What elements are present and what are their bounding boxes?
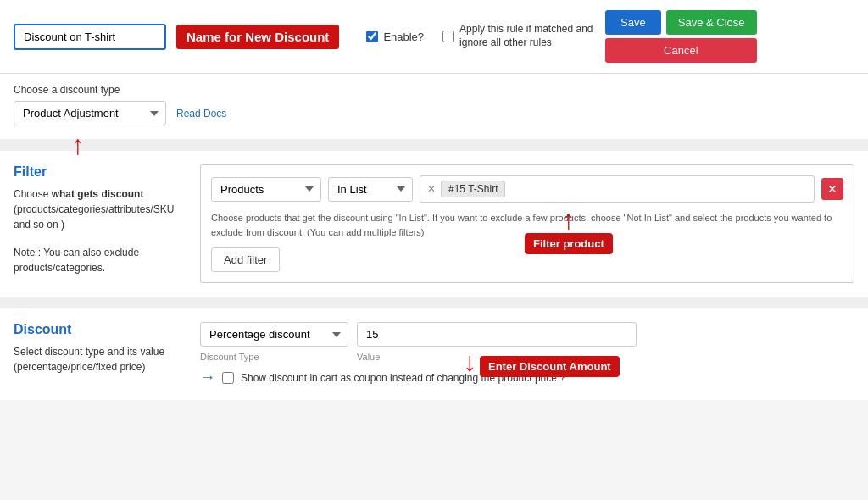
remove-filter-button[interactable]: ✕ [821, 178, 843, 200]
top-bar: Name for New Discount Enable? Apply this… [0, 0, 868, 74]
filter-products-select[interactable]: Products Categories Attributes SKU [211, 177, 321, 202]
value-sublabel: Value [357, 352, 380, 362]
discount-left-panel: Discount Select discount type and its va… [14, 322, 200, 386]
filter-title: Filter [14, 164, 183, 180]
product-tag: #15 T-Shirt [441, 181, 505, 197]
enable-checkbox[interactable] [366, 31, 378, 42]
filter-condition-select[interactable]: In List Not In List [328, 177, 413, 202]
apply-rule-area: Apply this rule if matched and ignore al… [442, 23, 595, 49]
save-close-button[interactable]: Save & Close [666, 10, 757, 35]
read-docs-link[interactable]: Read Docs [176, 108, 226, 119]
discount-type-section: Choose a discount type Product Adjustmen… [0, 74, 868, 144]
tag-marker: ✕ [427, 183, 436, 195]
discount-value-input[interactable] [357, 322, 637, 347]
filter-description: Choose what gets discount (products/cate… [14, 186, 183, 232]
discount-type-label: Choose a discount type [14, 84, 854, 96]
apply-rule-checkbox[interactable] [442, 31, 454, 42]
discount-type-select[interactable]: Product Adjustment Order Discount Buy X … [14, 101, 166, 125]
name-callout: Name for New Discount [176, 25, 339, 49]
discount-sublabels: Discount Type Value [200, 352, 854, 362]
section-divider-1 [0, 144, 868, 151]
cancel-button[interactable]: Cancel [605, 38, 756, 63]
filter-section: Filter Choose what gets discount (produc… [0, 151, 868, 302]
blue-arrow-icon: → [200, 369, 215, 386]
coupon-label: Show discount in cart as coupon instead … [241, 372, 565, 384]
filter-left-panel: Filter Choose what gets discount (produc… [14, 164, 200, 283]
discount-name-input[interactable] [14, 24, 166, 50]
add-filter-button[interactable]: Add filter [211, 247, 280, 272]
filter-row: Products Categories Attributes SKU In Li… [211, 175, 843, 203]
enable-area: Enable? [366, 31, 424, 43]
filter-bold: what gets discount [52, 188, 144, 200]
button-group: Save Save & Close Cancel [605, 10, 756, 63]
discount-type-value-select[interactable]: Percentage discount Fixed discount Fixed… [200, 322, 348, 347]
filter-help-text: Choose products that get the discount us… [211, 211, 843, 239]
discount-section: Discount Select discount type and its va… [0, 308, 868, 400]
discount-title: Discount [14, 322, 183, 337]
discount-right-panel: Percentage discount Fixed discount Fixed… [200, 322, 854, 386]
discount-type-sublabel: Discount Type [200, 352, 348, 362]
discount-row: Percentage discount Fixed discount Fixed… [200, 322, 854, 347]
section-divider-2 [0, 302, 868, 308]
enable-label: Enable? [383, 31, 424, 43]
tag-input[interactable]: ✕ #15 T-Shirt [420, 175, 815, 203]
filter-note: Note : You can also exclude products/cat… [14, 245, 183, 275]
discount-description: Select discount type and its value (perc… [14, 344, 183, 375]
filter-right-panel: Products Categories Attributes SKU In Li… [200, 164, 854, 283]
save-button[interactable]: Save [605, 10, 661, 35]
coupon-row: → Show discount in cart as coupon instea… [200, 369, 854, 386]
apply-rule-label: Apply this rule if matched and ignore al… [459, 23, 595, 49]
coupon-checkbox[interactable] [222, 372, 234, 384]
